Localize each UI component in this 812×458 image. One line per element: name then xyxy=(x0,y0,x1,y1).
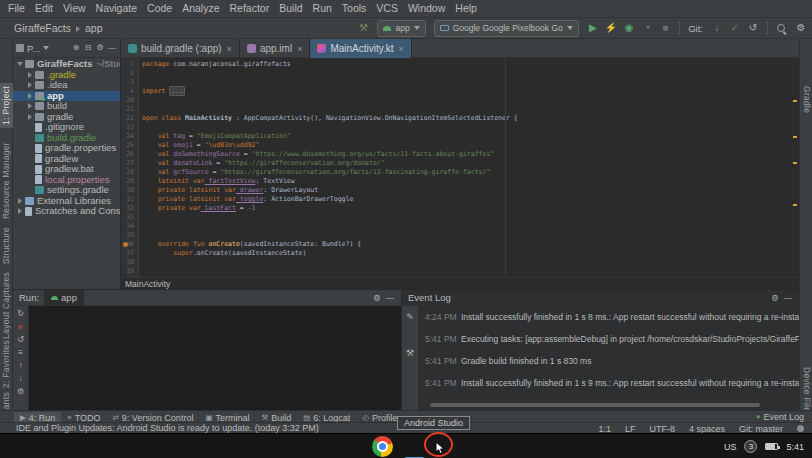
chevron-closed-icon xyxy=(18,208,22,214)
menu-item-window[interactable]: Window xyxy=(403,0,450,17)
status-indent[interactable]: 4 spaces xyxy=(689,424,725,434)
close-icon[interactable]: × xyxy=(297,44,302,54)
override-gutter-icon[interactable] xyxy=(123,242,128,247)
down-stack-icon[interactable]: ↓ xyxy=(15,374,27,384)
wrench-icon[interactable]: ⚒ xyxy=(404,346,416,360)
tree-item-local-properties[interactable]: local.properties xyxy=(13,175,120,186)
tool-window-button-layout-captures[interactable]: Layout Captures xyxy=(0,269,13,342)
commit-icon[interactable]: ✓ xyxy=(729,21,741,35)
tree-item-build[interactable]: build xyxy=(13,101,120,112)
tree-item-gradle[interactable]: gradle xyxy=(13,112,120,123)
tool-window-button-resource-manager[interactable]: Resource Manager xyxy=(0,139,13,222)
apply-changes-icon[interactable]: ⚡ xyxy=(605,21,617,35)
notification-badge[interactable]: 3 xyxy=(744,440,757,453)
tool-window-button-1-project[interactable]: 1: Project xyxy=(0,83,13,128)
run-tab-app[interactable]: app xyxy=(44,290,84,305)
menu-item-help[interactable]: Help xyxy=(450,0,482,17)
tree-item-settings-gradle[interactable]: settings.gradle xyxy=(13,185,120,196)
tree-item-external-libraries[interactable]: External Libraries xyxy=(13,196,120,207)
settings-icon[interactable]: ⚙ xyxy=(372,291,382,305)
tool-window-button-2-favorites[interactable]: 2: Favorites xyxy=(0,337,13,391)
menu-item-code[interactable]: Code xyxy=(142,0,177,17)
editor-code-area[interactable]: package com.naranjaconsal.giraffefactsim… xyxy=(140,58,789,277)
project-panel-header: P... ⊕⊟⚙— xyxy=(13,39,120,58)
edit-icon[interactable]: ✎ xyxy=(404,310,416,324)
menu-item-refactor[interactable]: Refactor xyxy=(225,0,275,17)
editor-tab-build-gradle-app-[interactable]: build.gradle (:app)× xyxy=(121,39,240,58)
tree-item--idea[interactable]: .idea xyxy=(13,80,120,91)
tree-item-giraffefacts[interactable]: GiraffeFacts~/StudioProje xyxy=(13,59,120,70)
menu-item-build[interactable]: Build xyxy=(274,0,307,17)
run-console[interactable] xyxy=(29,306,401,410)
battery-icon[interactable] xyxy=(765,443,778,450)
menu-item-file[interactable]: File xyxy=(3,0,30,17)
hide-icon[interactable]: — xyxy=(783,291,793,305)
build-hammer-icon[interactable]: ⚒ xyxy=(357,21,369,35)
tree-item-app[interactable]: app xyxy=(13,91,120,102)
menu-item-view[interactable]: View xyxy=(58,0,91,17)
keyboard-layout[interactable]: US xyxy=(724,442,737,452)
tree-item-gradlew-bat[interactable]: gradlew.bat xyxy=(13,164,120,175)
status-line-separator[interactable]: LF xyxy=(625,424,636,434)
project-view-icon xyxy=(16,44,24,52)
settings-icon[interactable]: ⚙ xyxy=(770,291,780,305)
run-tool-window: Run: app ⚙— ↻■↺≡↑↓⚙ xyxy=(13,289,402,410)
stop-icon[interactable]: ■ xyxy=(15,322,27,332)
profile-icon[interactable]: ◔ xyxy=(641,21,653,35)
folder-icon xyxy=(35,102,44,110)
project-view-selector[interactable]: P... xyxy=(27,43,40,54)
stop-icon[interactable]: ■ xyxy=(659,21,671,35)
editor-tab-mainactivity-kt[interactable]: MainActivity.kt× xyxy=(310,39,411,58)
debug-icon[interactable]: ◉ xyxy=(623,21,635,35)
status-encoding[interactable]: UTF-8 xyxy=(649,424,675,434)
rollback-icon[interactable]: ↺ xyxy=(747,21,759,35)
search-icon[interactable] xyxy=(776,23,787,34)
menu-item-navigate[interactable]: Navigate xyxy=(91,0,142,17)
horizontal-scrollbar[interactable] xyxy=(430,403,760,407)
menu-item-vcs[interactable]: VCS xyxy=(371,0,403,17)
menu-item-edit[interactable]: Edit xyxy=(30,0,58,17)
restart-activity-icon[interactable]: ↺ xyxy=(15,335,27,345)
tree-item-label: .gitignore xyxy=(45,122,84,133)
locate-icon[interactable]: ⊕ xyxy=(71,41,81,55)
settings-icon[interactable]: ⚙ xyxy=(15,387,27,397)
tree-item--gitignore[interactable]: .gitignore xyxy=(13,122,120,133)
editor-tab-app-iml[interactable]: app.iml× xyxy=(240,39,311,58)
tree-item--gradle[interactable]: .gradle xyxy=(13,70,120,81)
chrome-taskbar-icon[interactable] xyxy=(372,436,393,457)
editor-breadcrumb[interactable]: MainActivity xyxy=(121,277,799,289)
status-caret-position[interactable]: 1:1 xyxy=(598,424,611,434)
tree-item-scratches-and-consoles[interactable]: Scratches and Consoles xyxy=(13,206,120,217)
status-git-branch[interactable]: Git: master xyxy=(739,424,783,434)
run-config-selector[interactable]: app xyxy=(377,20,425,37)
up-stack-icon[interactable]: ↑ xyxy=(15,361,27,371)
breadcrumb-item-giraffefacts[interactable]: GiraffeFacts xyxy=(14,22,71,34)
menu-item-analyze[interactable]: Analyze xyxy=(177,0,224,17)
tree-item-build-gradle[interactable]: build.gradle xyxy=(13,133,120,144)
close-icon[interactable]: × xyxy=(399,44,404,54)
error-stripe-mark xyxy=(793,100,797,102)
event-log-entries[interactable]: 4:24 PMInstall successfully finished in … xyxy=(419,306,799,410)
tree-item-gradlew[interactable]: gradlew xyxy=(13,154,120,165)
settings-gear-icon[interactable]: ⚙ xyxy=(795,21,807,35)
rerun-icon[interactable]: ↻ xyxy=(15,309,27,319)
breadcrumb-item-app[interactable]: app xyxy=(85,22,103,34)
device-selector[interactable]: Google Google Pixelbook Go xyxy=(434,20,579,37)
tool-window-button-gradle[interactable]: Gradle xyxy=(800,83,812,116)
clock[interactable]: 5:41 xyxy=(786,442,804,452)
notifications-icon[interactable] xyxy=(797,425,804,432)
layout-icon[interactable]: ≡ xyxy=(15,348,27,358)
menu-item-tools[interactable]: Tools xyxy=(337,0,372,17)
update-project-icon[interactable]: ↓ xyxy=(711,21,723,35)
collapse-all-icon[interactable]: ⊟ xyxy=(83,41,93,55)
hide-icon[interactable]: — xyxy=(385,291,395,305)
hide-icon[interactable]: — xyxy=(107,41,117,55)
settings-icon[interactable]: ⚙ xyxy=(95,41,105,55)
menu-item-run[interactable]: Run xyxy=(308,0,337,17)
tool-window-button-structure[interactable]: Structure xyxy=(0,224,13,267)
tree-item-label: settings.gradle xyxy=(47,185,109,196)
code-editor[interactable]: 1234202122232425262728293031323334353637… xyxy=(121,58,799,277)
tree-item-gradle-properties[interactable]: gradle.properties xyxy=(13,143,120,154)
close-icon[interactable]: × xyxy=(227,44,232,54)
run-icon[interactable]: ▶ xyxy=(587,21,599,35)
